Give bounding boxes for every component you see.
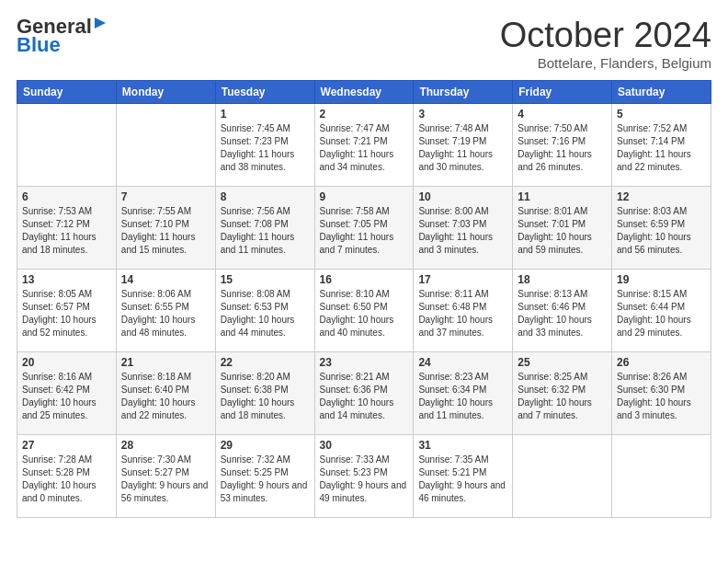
title-month: October 2024: [500, 17, 711, 55]
col-tuesday: Tuesday: [215, 80, 314, 103]
day-number: 13: [22, 273, 111, 286]
calendar-week-row: 20Sunrise: 8:16 AM Sunset: 6:42 PM Dayli…: [17, 351, 711, 434]
day-info: Sunrise: 8:10 AM Sunset: 6:50 PM Dayligh…: [320, 288, 409, 339]
day-number: 19: [617, 273, 706, 286]
day-info: Sunrise: 8:11 AM Sunset: 6:48 PM Dayligh…: [418, 288, 507, 339]
day-number: 3: [418, 108, 507, 121]
calendar-week-row: 1Sunrise: 7:45 AM Sunset: 7:23 PM Daylig…: [17, 103, 711, 186]
day-number: 30: [320, 439, 409, 452]
day-number: 22: [221, 356, 310, 369]
page: General Blue October 2024 Bottelare, Fla…: [0, 0, 728, 563]
day-info: Sunrise: 7:30 AM Sunset: 5:27 PM Dayligh…: [121, 454, 210, 505]
table-row: 30Sunrise: 7:33 AM Sunset: 5:23 PM Dayli…: [314, 434, 414, 517]
day-number: 5: [617, 108, 706, 121]
table-row: [116, 103, 215, 186]
table-row: 28Sunrise: 7:30 AM Sunset: 5:27 PM Dayli…: [116, 434, 215, 517]
day-info: Sunrise: 8:23 AM Sunset: 6:34 PM Dayligh…: [418, 371, 507, 422]
day-info: Sunrise: 7:28 AM Sunset: 5:28 PM Dayligh…: [22, 454, 111, 505]
day-number: 6: [22, 190, 111, 203]
day-number: 25: [518, 356, 607, 369]
day-number: 27: [22, 439, 111, 452]
day-info: Sunrise: 7:55 AM Sunset: 7:10 PM Dayligh…: [121, 205, 210, 257]
table-row: 20Sunrise: 8:16 AM Sunset: 6:42 PM Dayli…: [17, 351, 117, 434]
day-info: Sunrise: 8:25 AM Sunset: 6:32 PM Dayligh…: [518, 371, 607, 422]
day-number: 31: [418, 439, 507, 452]
day-info: Sunrise: 7:47 AM Sunset: 7:21 PM Dayligh…: [320, 122, 409, 174]
day-info: Sunrise: 7:45 AM Sunset: 7:23 PM Dayligh…: [221, 122, 310, 174]
table-row: 6Sunrise: 7:53 AM Sunset: 7:12 PM Daylig…: [17, 186, 117, 269]
table-row: 4Sunrise: 7:50 AM Sunset: 7:16 PM Daylig…: [513, 103, 612, 186]
day-number: 23: [320, 356, 409, 369]
day-info: Sunrise: 8:15 AM Sunset: 6:44 PM Dayligh…: [617, 288, 706, 339]
calendar-table: Sunday Monday Tuesday Wednesday Thursday…: [17, 80, 711, 518]
table-row: 2Sunrise: 7:47 AM Sunset: 7:21 PM Daylig…: [314, 103, 414, 186]
day-info: Sunrise: 8:18 AM Sunset: 6:40 PM Dayligh…: [121, 371, 210, 422]
col-wednesday: Wednesday: [314, 80, 414, 103]
svg-marker-0: [95, 17, 106, 29]
table-row: [612, 434, 711, 517]
day-number: 18: [518, 273, 607, 286]
table-row: 13Sunrise: 8:05 AM Sunset: 6:57 PM Dayli…: [17, 269, 117, 351]
table-row: 12Sunrise: 8:03 AM Sunset: 6:59 PM Dayli…: [612, 186, 711, 269]
table-row: 27Sunrise: 7:28 AM Sunset: 5:28 PM Dayli…: [17, 434, 117, 517]
day-info: Sunrise: 7:53 AM Sunset: 7:12 PM Dayligh…: [22, 205, 111, 257]
table-row: [17, 103, 117, 186]
calendar-header-row: Sunday Monday Tuesday Wednesday Thursday…: [17, 80, 711, 103]
col-monday: Monday: [116, 80, 215, 103]
day-number: 1: [221, 108, 310, 121]
day-info: Sunrise: 8:00 AM Sunset: 7:03 PM Dayligh…: [418, 205, 507, 257]
calendar-week-row: 27Sunrise: 7:28 AM Sunset: 5:28 PM Dayli…: [17, 434, 711, 517]
day-info: Sunrise: 7:58 AM Sunset: 7:05 PM Dayligh…: [320, 205, 409, 257]
day-number: 7: [121, 190, 210, 203]
day-number: 16: [320, 273, 409, 286]
table-row: 25Sunrise: 8:25 AM Sunset: 6:32 PM Dayli…: [513, 351, 612, 434]
day-info: Sunrise: 8:08 AM Sunset: 6:53 PM Dayligh…: [221, 288, 310, 339]
day-info: Sunrise: 7:33 AM Sunset: 5:23 PM Dayligh…: [320, 454, 409, 505]
table-row: 14Sunrise: 8:06 AM Sunset: 6:55 PM Dayli…: [116, 269, 215, 351]
day-number: 20: [22, 356, 111, 369]
table-row: 17Sunrise: 8:11 AM Sunset: 6:48 PM Dayli…: [414, 269, 513, 351]
table-row: 1Sunrise: 7:45 AM Sunset: 7:23 PM Daylig…: [215, 103, 314, 186]
title-block: October 2024 Bottelare, Flanders, Belgiu…: [500, 17, 711, 71]
day-number: 9: [320, 190, 409, 203]
day-number: 28: [121, 439, 210, 452]
table-row: 22Sunrise: 8:20 AM Sunset: 6:38 PM Dayli…: [215, 351, 314, 434]
table-row: 18Sunrise: 8:13 AM Sunset: 6:46 PM Dayli…: [513, 269, 612, 351]
day-info: Sunrise: 7:32 AM Sunset: 5:25 PM Dayligh…: [221, 454, 310, 505]
table-row: 21Sunrise: 8:18 AM Sunset: 6:40 PM Dayli…: [116, 351, 215, 434]
day-info: Sunrise: 7:50 AM Sunset: 7:16 PM Dayligh…: [518, 122, 607, 174]
day-number: 15: [221, 273, 310, 286]
day-number: 12: [617, 190, 706, 203]
table-row: 29Sunrise: 7:32 AM Sunset: 5:25 PM Dayli…: [215, 434, 314, 517]
day-number: 14: [121, 273, 210, 286]
day-info: Sunrise: 8:26 AM Sunset: 6:30 PM Dayligh…: [617, 371, 706, 422]
header: General Blue October 2024 Bottelare, Fla…: [17, 17, 711, 71]
day-number: 29: [221, 439, 310, 452]
table-row: 19Sunrise: 8:15 AM Sunset: 6:44 PM Dayli…: [612, 269, 711, 351]
table-row: 5Sunrise: 7:52 AM Sunset: 7:14 PM Daylig…: [612, 103, 711, 186]
table-row: 23Sunrise: 8:21 AM Sunset: 6:36 PM Dayli…: [314, 351, 414, 434]
day-number: 17: [418, 273, 507, 286]
table-row: 16Sunrise: 8:10 AM Sunset: 6:50 PM Dayli…: [314, 269, 414, 351]
table-row: 8Sunrise: 7:56 AM Sunset: 7:08 PM Daylig…: [215, 186, 314, 269]
day-info: Sunrise: 8:06 AM Sunset: 6:55 PM Dayligh…: [121, 288, 210, 339]
day-number: 21: [121, 356, 210, 369]
day-info: Sunrise: 8:01 AM Sunset: 7:01 PM Dayligh…: [518, 205, 607, 257]
table-row: 9Sunrise: 7:58 AM Sunset: 7:05 PM Daylig…: [314, 186, 414, 269]
col-thursday: Thursday: [414, 80, 513, 103]
title-location: Bottelare, Flanders, Belgium: [500, 55, 711, 71]
day-info: Sunrise: 7:52 AM Sunset: 7:14 PM Dayligh…: [617, 122, 706, 174]
day-info: Sunrise: 8:21 AM Sunset: 6:36 PM Dayligh…: [320, 371, 409, 422]
table-row: 11Sunrise: 8:01 AM Sunset: 7:01 PM Dayli…: [513, 186, 612, 269]
col-friday: Friday: [513, 80, 612, 103]
day-number: 4: [518, 108, 607, 121]
day-number: 11: [518, 190, 607, 203]
day-number: 24: [418, 356, 507, 369]
table-row: 3Sunrise: 7:48 AM Sunset: 7:19 PM Daylig…: [414, 103, 513, 186]
day-info: Sunrise: 8:13 AM Sunset: 6:46 PM Dayligh…: [518, 288, 607, 339]
day-info: Sunrise: 8:16 AM Sunset: 6:42 PM Dayligh…: [22, 371, 111, 422]
day-info: Sunrise: 7:48 AM Sunset: 7:19 PM Dayligh…: [418, 122, 507, 174]
logo: General Blue: [17, 17, 109, 57]
calendar-week-row: 13Sunrise: 8:05 AM Sunset: 6:57 PM Dayli…: [17, 269, 711, 351]
table-row: 26Sunrise: 8:26 AM Sunset: 6:30 PM Dayli…: [612, 351, 711, 434]
